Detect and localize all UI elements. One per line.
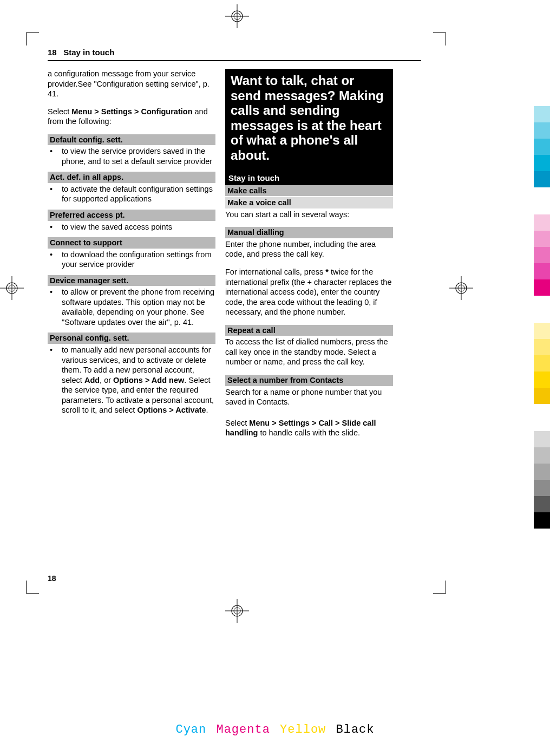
bullet-icon: •: [48, 345, 62, 415]
bullet-icon: •: [48, 146, 62, 166]
select-line: Select Menu > Settings > Configuration a…: [48, 107, 215, 127]
color-swatches-yellow: [534, 323, 550, 404]
bullet-row: • to download the configuration settings…: [48, 250, 215, 270]
voice-intro: You can start a call in several ways:: [225, 210, 393, 220]
crop-mark: [433, 32, 446, 45]
yellow-label: Yellow: [280, 723, 326, 737]
config-head-2: Preferred access pt.: [48, 210, 215, 221]
crop-mark: [26, 32, 39, 45]
registration-mark-left: [0, 276, 24, 300]
right-column: Want to talk, chat or send messages? Mak…: [225, 69, 393, 446]
bullet-icon: •: [48, 250, 62, 270]
bullet-icon: •: [48, 184, 62, 204]
make-voice-head: Make a voice call: [225, 197, 393, 208]
black-label: Black: [336, 723, 375, 737]
section-band: Stay in touch: [225, 171, 393, 185]
registration-mark-bottom: [225, 599, 249, 623]
cyan-label: Cyan: [175, 723, 206, 737]
config-head-0: Default config. sett.: [48, 134, 215, 146]
slide-paragraph: Select Menu > Settings > Call > Slide ca…: [225, 418, 393, 438]
bullet-row: • to allow or prevent the phone from rec…: [48, 287, 215, 327]
intro-paragraph: a configuration message from your servic…: [48, 69, 215, 99]
magenta-label: Magenta: [216, 723, 270, 737]
bullet-text: to download the configuration settings f…: [62, 250, 215, 270]
config-head-personal: Personal config. sett.: [48, 333, 215, 344]
manual-dialling-head: Manual dialling: [225, 227, 393, 238]
bullet-row: • to activate the default configuration …: [48, 184, 215, 204]
bullet-icon: •: [48, 287, 62, 327]
menu-path: Menu > Settings > Configuration: [71, 107, 192, 116]
color-swatches-magenta: [534, 214, 550, 296]
crop-mark: [26, 581, 39, 594]
section-title-top: Stay in touch: [63, 48, 114, 57]
chapter-heading: Want to talk, chat or send messages? Mak…: [225, 69, 393, 171]
bullet-row: • to manually add new personal accounts …: [48, 345, 215, 415]
manual-p2: For international calls, press * twice f…: [225, 267, 393, 317]
registration-mark-top: [225, 4, 249, 28]
color-swatches-grey: [534, 431, 550, 529]
bullet-text: to manually add new personal accounts fo…: [62, 345, 215, 415]
config-head-3: Connect to support: [48, 237, 215, 249]
make-calls-head: Make calls: [225, 185, 393, 197]
bullet-icon: •: [48, 222, 62, 232]
manual-p1: Enter the phone number, including the ar…: [225, 239, 393, 259]
bullet-text: to activate the default configuration se…: [62, 184, 215, 204]
contacts-text: Search for a name or phone number that y…: [225, 387, 393, 407]
bullet-row: • to view the service providers saved in…: [48, 146, 215, 166]
contacts-head: Select a number from Contacts: [225, 375, 393, 386]
color-swatches-cyan: [534, 106, 550, 187]
config-head-4: Device manager sett.: [48, 275, 215, 286]
repeat-call-head: Repeat a call: [225, 325, 393, 336]
page-content-frame: 18 Stay in touch a configuration message…: [48, 48, 421, 589]
repeat-call-text: To access the list of dialled numbers, p…: [225, 337, 393, 367]
page-number-top: 18: [48, 48, 57, 57]
bullet-text: to allow or prevent the phone from recei…: [62, 287, 215, 327]
left-column: a configuration message from your servic…: [48, 69, 215, 446]
crop-mark: [433, 581, 446, 594]
cmyk-label: Cyan Magenta Yellow Black: [0, 723, 550, 737]
running-header: 18 Stay in touch: [48, 48, 421, 61]
config-head-1: Act. def. in all apps.: [48, 172, 215, 183]
registration-mark-right: [449, 276, 473, 300]
page-number-bottom: 18: [48, 574, 56, 583]
bullet-text: to view the saved access points: [62, 222, 215, 232]
bullet-row: • to view the saved access points: [48, 222, 215, 232]
bullet-text: to view the service providers saved in t…: [62, 146, 215, 166]
